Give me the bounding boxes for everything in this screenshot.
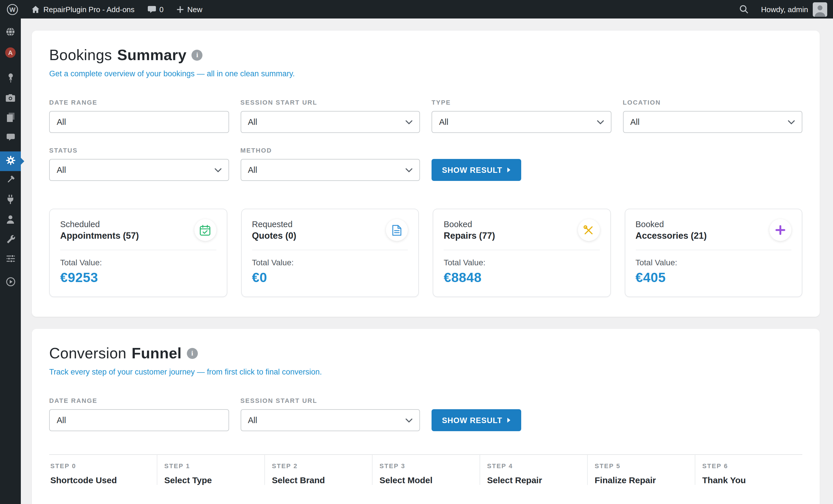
step-label: Shortcode Used: [50, 475, 151, 485]
sidebar-separator: [0, 62, 21, 69]
sidebar-item-media[interactable]: [0, 89, 21, 109]
document-icon: [386, 219, 408, 241]
status-field: STATUS All: [49, 147, 229, 181]
new-menu[interactable]: New: [170, 0, 209, 19]
sidebar-item-pages[interactable]: [0, 109, 21, 128]
plus-icon: [176, 5, 184, 13]
funnel-step-3: STEP 3 Select Model: [372, 454, 480, 485]
stat-title: Accessories (21): [636, 230, 707, 241]
howdy-text: Howdy, admin: [761, 5, 808, 14]
sidebar-item-comments[interactable]: [0, 128, 21, 148]
chevron-down-icon: [405, 418, 412, 422]
sidebar-item-repairplugin-active[interactable]: [0, 151, 21, 171]
show-result-button[interactable]: SHOW RESULT: [431, 159, 522, 181]
type-select[interactable]: All: [431, 111, 611, 133]
funnel-show-result-cell: SHOW RESULT: [431, 397, 611, 431]
sidebar-item-plugin-a[interactable]: [0, 43, 21, 62]
location-field: LOCATION All: [623, 99, 802, 133]
select-value: All: [248, 117, 257, 127]
pages-icon: [6, 113, 15, 124]
wordpress-logo-menu[interactable]: W: [0, 0, 25, 19]
stat-total: Total Value: €405: [636, 250, 791, 285]
status-label: STATUS: [49, 147, 229, 154]
comments-count: 0: [159, 5, 163, 14]
stat-category: Requested: [252, 219, 296, 229]
stat-card-quotes: Requested Quotes (0) Total Value: €0: [241, 209, 419, 297]
gear-icon: [5, 155, 15, 167]
type-label: TYPE: [431, 99, 611, 106]
date-range-field: DATE RANGE: [49, 99, 229, 133]
title-light: Conversion: [49, 345, 126, 362]
total-value: €8848: [444, 270, 600, 285]
method-label: METHOD: [240, 147, 420, 154]
select-value: All: [57, 165, 66, 175]
new-label: New: [187, 5, 203, 14]
comments-menu[interactable]: 0: [141, 0, 170, 19]
sidebar-item-posts[interactable]: [0, 69, 21, 89]
account-menu[interactable]: Howdy, admin: [755, 0, 810, 19]
caret-right-icon: [507, 167, 511, 173]
funnel-steps: STEP 0 Shortcode Used STEP 1 Select Type…: [49, 454, 802, 504]
sidebar-separator: [0, 269, 21, 273]
total-value-label: Total Value:: [252, 258, 408, 267]
plus-icon: [769, 219, 791, 241]
conversion-funnel-subtitle: Track every step of your customer journe…: [49, 368, 802, 376]
stat-category: Booked: [444, 219, 495, 229]
stat-head: Booked Repairs (77): [444, 219, 600, 250]
sliders-icon: [6, 254, 15, 265]
session-url-label: SESSION START URL: [240, 99, 420, 106]
globe-plugin-icon: [6, 27, 15, 39]
sidebar-item-appearance[interactable]: [0, 171, 21, 191]
funnel-session-url-select[interactable]: All: [240, 409, 420, 431]
status-select[interactable]: All: [49, 159, 229, 181]
total-value: €0: [252, 270, 408, 285]
step-number: STEP 6: [702, 462, 796, 469]
sidebar-item-plugins[interactable]: [0, 191, 21, 210]
step-number: STEP 0: [50, 462, 151, 469]
sidebar-item-plugin-globe[interactable]: [0, 23, 21, 43]
admin-layout: Bookings Summary Get a complete overview…: [0, 19, 833, 504]
site-menu[interactable]: RepairPlugin Pro - Add-ons: [25, 0, 141, 19]
comments-bubble-icon: [6, 133, 15, 144]
sidebar-item-settings[interactable]: [0, 250, 21, 269]
date-range-input[interactable]: [49, 111, 229, 133]
method-select[interactable]: All: [240, 159, 420, 181]
info-icon[interactable]: [187, 348, 198, 359]
sidebar-item-tools[interactable]: [0, 230, 21, 250]
sidebar-item-collapse[interactable]: [0, 273, 21, 293]
admin-bar-right: Howdy, admin: [733, 0, 833, 19]
show-result-label: SHOW RESULT: [442, 416, 502, 425]
chevron-down-icon: [214, 168, 221, 172]
site-name: RepairPlugin Pro - Add-ons: [43, 5, 135, 14]
sidebar-separator: [0, 148, 21, 151]
chevron-down-icon: [597, 120, 604, 124]
step-number: STEP 5: [595, 462, 689, 469]
funnel-step-4: STEP 4 Select Repair: [480, 454, 587, 485]
conversion-funnel-card: Conversion Funnel Track every step of yo…: [32, 329, 820, 504]
funnel-step-0: STEP 0 Shortcode Used: [49, 454, 157, 485]
stat-title: Quotes (0): [252, 230, 296, 241]
search-menu[interactable]: [733, 0, 755, 19]
step-number: STEP 3: [379, 462, 474, 469]
media-camera-icon: [6, 94, 15, 104]
calendar-check-icon: [194, 219, 216, 241]
funnel-date-range-input[interactable]: [49, 409, 229, 431]
step-number: STEP 4: [487, 462, 581, 469]
comment-bubble-icon: [147, 5, 156, 14]
chevron-down-icon: [405, 168, 412, 172]
location-select[interactable]: All: [623, 111, 802, 133]
date-range-label: DATE RANGE: [49, 99, 229, 106]
step-label: Select Model: [379, 475, 474, 485]
sidebar-item-users[interactable]: [0, 210, 21, 230]
total-value-label: Total Value:: [60, 258, 216, 267]
funnel-show-result-button[interactable]: SHOW RESULT: [431, 409, 522, 431]
session-url-select[interactable]: All: [240, 111, 420, 133]
select-value: All: [248, 165, 257, 175]
step-label: Select Repair: [487, 475, 581, 485]
bookings-summary-subtitle: Get a complete overview of your bookings…: [49, 69, 802, 78]
info-icon[interactable]: [192, 50, 203, 61]
stat-total: Total Value: €9253: [60, 250, 216, 285]
location-label: LOCATION: [623, 99, 802, 106]
avatar[interactable]: [813, 2, 827, 17]
admin-content: Bookings Summary Get a complete overview…: [21, 19, 833, 504]
